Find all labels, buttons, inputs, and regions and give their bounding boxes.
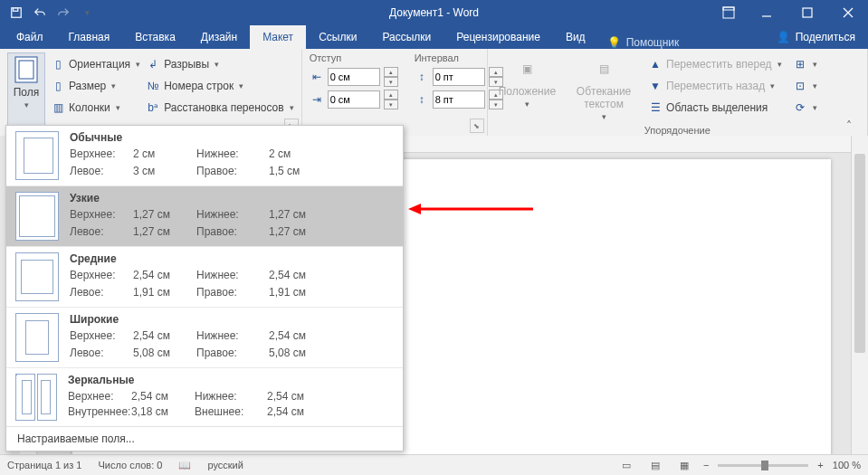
chevron-down-icon: ▾ <box>24 100 29 109</box>
margins-option-title: Средние <box>70 252 332 268</box>
paragraph-dialog-launcher[interactable]: ⬊ <box>470 119 484 133</box>
bring-forward-label: Переместить вперед <box>666 58 771 71</box>
position-label: Положение <box>499 85 556 98</box>
zoom-slider-thumb[interactable] <box>761 461 768 470</box>
read-mode-button[interactable]: ▭ <box>616 457 636 473</box>
align-icon: ⊞ <box>793 57 807 71</box>
save-button[interactable] <box>5 2 27 24</box>
tab-file[interactable]: Файл <box>4 25 56 49</box>
tab-design[interactable]: Дизайн <box>188 25 250 49</box>
align-button[interactable]: ⊞▾ <box>793 54 817 74</box>
group-button[interactable]: ⊡▾ <box>793 76 817 96</box>
margins-option-title: Узкие <box>70 192 332 207</box>
send-backward-icon: ▼ <box>648 79 663 93</box>
margins-icon <box>12 55 41 84</box>
custom-margins-button[interactable]: Настраиваемые поля... <box>6 426 403 451</box>
tab-view[interactable]: Вид <box>553 25 598 49</box>
line-numbers-button[interactable]: №Номера строк▾ <box>146 76 294 96</box>
indent-right-icon: ⇥ <box>310 92 324 107</box>
page-number-status[interactable]: Страница 1 из 1 <box>7 460 81 470</box>
quick-access-toolbar: ▾ <box>0 2 98 24</box>
columns-button[interactable]: ▥Колонки▾ <box>51 98 140 118</box>
web-layout-button[interactable]: ▦ <box>674 457 694 473</box>
margins-button[interactable]: Поля ▾ <box>7 52 45 136</box>
indent-left-icon: ⇤ <box>310 70 324 84</box>
line-numbers-label: Номера строк <box>164 80 234 92</box>
send-backward-label: Переместить назад <box>666 80 765 92</box>
size-button[interactable]: ▯Размер▾ <box>51 76 140 96</box>
tab-review[interactable]: Рецензирование <box>444 25 553 49</box>
zoom-in-button[interactable]: + <box>817 460 823 470</box>
bring-forward-button[interactable]: ▲Переместить вперед▾ <box>648 54 781 74</box>
vertical-scrollbar[interactable] <box>851 136 868 455</box>
window-controls <box>746 0 868 25</box>
tab-insert[interactable]: Вставка <box>122 25 188 49</box>
selection-pane-icon: ☰ <box>648 100 663 115</box>
group-page-setup: Поля ▾ ▯Ориентация▾ ▯Размер▾ ▥Колонки▾ ↲… <box>0 49 302 136</box>
margins-option-moderate[interactable]: Средние Верхнее:2,54 смНижнее:2,54 см Ле… <box>6 246 403 307</box>
tell-me-label: Помощник <box>626 36 680 49</box>
margins-option-normal[interactable]: Обычные Верхнее:2 смНижнее:2 см Левое:3 … <box>6 126 403 185</box>
undo-button[interactable] <box>29 2 51 24</box>
word-count-status[interactable]: Число слов: 0 <box>98 460 162 470</box>
position-button[interactable]: ▣Положение▾ <box>495 52 559 123</box>
wrap-text-button[interactable]: ▤Обтекание текстом▾ <box>570 52 637 123</box>
wrap-label: Обтекание текстом <box>574 85 634 110</box>
share-icon: 👤 <box>777 31 790 43</box>
ribbon-tabs: Файл Главная Вставка Дизайн Макет Ссылки… <box>0 25 868 49</box>
tab-layout[interactable]: Макет <box>250 25 306 49</box>
indent-left-input[interactable] <box>328 68 380 86</box>
orientation-button[interactable]: ▯Ориентация▾ <box>51 54 140 74</box>
tab-home[interactable]: Главная <box>56 25 123 49</box>
size-label: Размер <box>69 80 106 92</box>
tell-me[interactable]: 💡 Помощник <box>598 36 689 49</box>
zoom-out-button[interactable]: − <box>703 460 709 470</box>
margins-option-title: Обычные <box>70 131 332 147</box>
margins-dropdown: Обычные Верхнее:2 смНижнее:2 см Левое:3 … <box>5 125 404 451</box>
svg-rect-1 <box>14 8 18 12</box>
indent-right-input[interactable] <box>328 90 380 109</box>
close-button[interactable] <box>827 0 868 25</box>
margins-normal-icon <box>15 131 59 180</box>
indent-right-spinner[interactable]: ⇥▴▾ <box>310 90 398 109</box>
tab-references[interactable]: Ссылки <box>306 25 369 49</box>
language-status[interactable]: русский <box>207 460 243 470</box>
minimize-button[interactable] <box>746 0 787 25</box>
space-after-input[interactable] <box>433 90 485 109</box>
tab-mailings[interactable]: Рассылки <box>369 25 444 49</box>
margins-option-wide[interactable]: Широкие Верхнее:2,54 смНижнее:2,54 см Ле… <box>6 307 403 367</box>
title-bar: ▾ Документ1 - Word <box>0 0 868 25</box>
zoom-level[interactable]: 100 % <box>833 460 861 470</box>
print-layout-button[interactable]: ▤ <box>645 457 665 473</box>
margins-option-mirrored[interactable]: Зеркальные Верхнее:2,54 смНижнее:2,54 см… <box>6 367 403 426</box>
margins-narrow-icon <box>15 192 59 241</box>
send-backward-button[interactable]: ▼Переместить назад▾ <box>648 76 781 96</box>
ribbon: Поля ▾ ▯Ориентация▾ ▯Размер▾ ▥Колонки▾ ↲… <box>0 49 868 137</box>
redo-button[interactable] <box>52 2 74 24</box>
spellcheck-icon[interactable]: 📖 <box>178 460 191 471</box>
space-before-icon: ↕ <box>415 70 429 84</box>
maximize-button[interactable] <box>787 0 827 25</box>
space-after-icon: ↕ <box>415 92 429 107</box>
qat-customize-button[interactable]: ▾ <box>76 2 98 24</box>
hyphenation-label: Расстановка переносов <box>164 101 284 114</box>
scrollbar-thumb[interactable] <box>854 154 865 353</box>
columns-icon: ▥ <box>51 100 65 115</box>
position-icon: ▣ <box>512 54 541 83</box>
ribbon-options-button[interactable] <box>716 0 741 25</box>
breaks-label: Разрывы <box>164 58 209 71</box>
breaks-button[interactable]: ↲Разрывы▾ <box>146 54 294 74</box>
margins-mirrored-icon <box>15 374 57 421</box>
share-button[interactable]: 👤 Поделиться <box>777 25 855 49</box>
group-icon: ⊡ <box>793 79 807 93</box>
margins-option-narrow[interactable]: Узкие Верхнее:1,27 смНижнее:1,27 см Лево… <box>6 185 403 246</box>
hyphenation-button[interactable]: bᵃРасстановка переносов▾ <box>146 98 294 118</box>
space-before-input[interactable] <box>433 68 485 86</box>
margins-label: Поля <box>14 86 40 99</box>
collapse-ribbon-button[interactable]: ˄ <box>846 119 863 132</box>
lightbulb-icon: 💡 <box>607 36 621 49</box>
indent-left-spinner[interactable]: ⇤▴▾ <box>310 67 398 87</box>
rotate-button[interactable]: ⟳▾ <box>793 98 817 118</box>
selection-pane-button[interactable]: ☰Область выделения <box>648 98 781 118</box>
zoom-slider[interactable] <box>718 464 808 467</box>
